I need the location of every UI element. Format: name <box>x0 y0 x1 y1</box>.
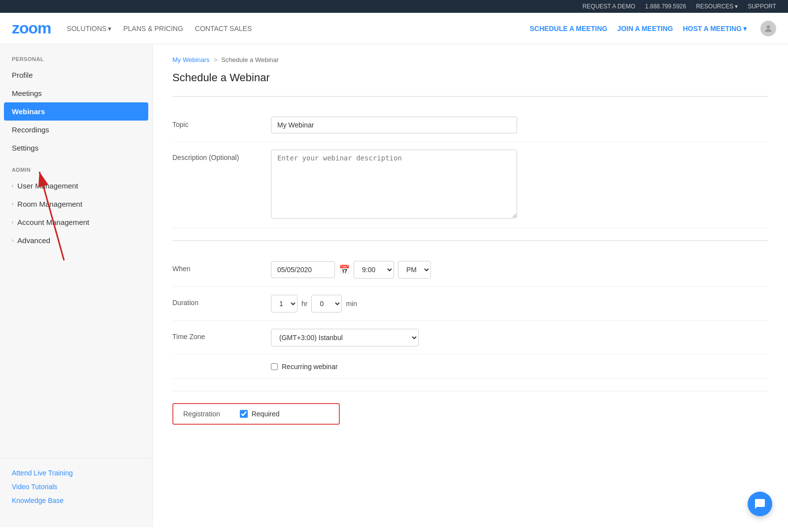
host-chevron-icon: ▾ <box>743 25 747 32</box>
sidebar-footer: Attend Live Training Video Tutorials Kno… <box>0 458 152 515</box>
content-area: My Webinars > Schedule a Webinar Schedul… <box>153 44 788 527</box>
timezone-row: Time Zone (GMT+3:00) Istanbul (GMT+0:00)… <box>172 321 768 355</box>
breadcrumb-separator: > <box>214 56 218 63</box>
registration-row: Registration Required <box>172 395 768 433</box>
topic-label: Topic <box>172 117 271 128</box>
topic-control <box>271 117 768 133</box>
main-layout: PERSONAL Profile Meetings Webinars Recor… <box>0 44 788 527</box>
duration-control: 0 1 2 3 4 5 hr 0 15 30 45 min <box>271 295 768 313</box>
room-mgmt-chevron-icon: › <box>12 201 13 207</box>
duration-hr-select[interactable]: 0 1 2 3 4 5 <box>271 295 297 313</box>
svg-point-0 <box>767 25 770 29</box>
sidebar: PERSONAL Profile Meetings Webinars Recor… <box>0 44 153 527</box>
request-demo-link[interactable]: REQUEST A DEMO <box>583 3 635 10</box>
knowledge-base-link[interactable]: Knowledge Base <box>12 494 140 507</box>
when-row: When 📅 8:00 8:30 9:00 9:30 10:00 AM PM <box>172 253 768 287</box>
sidebar-item-profile[interactable]: Profile <box>0 66 152 84</box>
when-label: When <box>172 261 271 273</box>
duration-row: Duration 0 1 2 3 4 5 hr 0 15 30 <box>172 287 768 321</box>
sidebar-item-recordings[interactable]: Recordings <box>0 121 152 139</box>
sidebar-item-account-management[interactable]: › Account Management <box>0 213 152 231</box>
resources-menu[interactable]: RESOURCES ▾ <box>696 3 738 10</box>
description-textarea[interactable] <box>271 150 517 219</box>
sidebar-item-settings[interactable]: Settings <box>0 139 152 157</box>
breadcrumb-parent-link[interactable]: My Webinars <box>172 56 210 63</box>
header-right: SCHEDULE A MEETING JOIN A MEETING HOST A… <box>530 21 776 36</box>
attend-live-training-link[interactable]: Attend Live Training <box>12 466 140 480</box>
recurring-text: Recurring webinar <box>282 363 338 371</box>
recurring-label-spacer <box>172 363 271 367</box>
duration-min-select[interactable]: 0 15 30 45 <box>311 295 342 313</box>
registration-required-checkbox[interactable] <box>240 410 248 418</box>
sidebar-item-room-management[interactable]: › Room Management <box>0 195 152 213</box>
join-meeting-link[interactable]: JOIN A MEETING <box>617 25 673 32</box>
solutions-chevron-icon: ▾ <box>108 25 111 32</box>
contact-sales-nav-item[interactable]: CONTACT SALES <box>195 25 252 32</box>
schedule-meeting-link[interactable]: SCHEDULE A MEETING <box>530 25 608 32</box>
user-mgmt-chevron-icon: › <box>12 183 13 188</box>
phone-number: 1.888.799.5926 <box>645 3 686 10</box>
recurring-checkbox-label[interactable]: Recurring webinar <box>271 363 768 371</box>
calendar-icon[interactable]: 📅 <box>339 264 350 275</box>
sidebar-item-meetings[interactable]: Meetings <box>0 84 152 102</box>
personal-section-label: PERSONAL <box>0 56 152 66</box>
date-input[interactable] <box>271 261 335 278</box>
admin-section: ADMIN › User Management › Room Managemen… <box>0 167 152 250</box>
schedule-section: When 📅 8:00 8:30 9:00 9:30 10:00 AM PM <box>172 241 768 391</box>
page-title: Schedule a Webinar <box>172 71 768 84</box>
admin-section-label: ADMIN <box>0 167 152 177</box>
description-control <box>271 150 768 220</box>
time-select[interactable]: 8:00 8:30 9:00 9:30 10:00 <box>354 261 394 279</box>
when-control: 📅 8:00 8:30 9:00 9:30 10:00 AM PM <box>271 261 768 279</box>
timezone-label: Time Zone <box>172 329 271 341</box>
recurring-row: Recurring webinar <box>172 355 768 379</box>
hr-label: hr <box>301 300 307 308</box>
registration-label: Registration <box>183 410 220 418</box>
topic-input[interactable] <box>271 117 517 133</box>
timezone-control: (GMT+3:00) Istanbul (GMT+0:00) UTC (GMT-… <box>271 329 768 346</box>
min-label: min <box>346 300 357 308</box>
video-tutorials-link[interactable]: Video Tutorials <box>12 480 140 494</box>
registration-required-text: Required <box>252 410 280 418</box>
topic-row: Topic <box>172 109 768 142</box>
registration-box: Registration Required <box>172 403 340 425</box>
recurring-checkbox[interactable] <box>271 363 278 370</box>
ampm-select[interactable]: AM PM <box>398 261 431 279</box>
description-row: Description (Optional) <box>172 142 768 228</box>
solutions-nav-item[interactable]: SOLUTIONS ▾ <box>67 25 112 32</box>
advanced-chevron-icon: › <box>12 238 13 243</box>
chat-button[interactable] <box>748 492 772 516</box>
header: zoom SOLUTIONS ▾ PLANS & PRICING CONTACT… <box>0 13 788 44</box>
recurring-control: Recurring webinar <box>271 363 768 371</box>
duration-label: Duration <box>172 295 271 307</box>
sidebar-item-advanced[interactable]: › Advanced <box>0 231 152 250</box>
support-link[interactable]: SUPPORT <box>748 3 776 10</box>
description-label: Description (Optional) <box>172 150 271 161</box>
resources-chevron-icon: ▾ <box>735 3 738 10</box>
sidebar-item-user-management[interactable]: › User Management <box>0 177 152 195</box>
breadcrumb: My Webinars > Schedule a Webinar <box>172 56 768 63</box>
account-mgmt-chevron-icon: › <box>12 219 13 225</box>
host-meeting-link[interactable]: HOST A MEETING ▾ <box>683 25 747 32</box>
logo[interactable]: zoom <box>12 19 51 37</box>
registration-required-label[interactable]: Required <box>240 410 280 418</box>
main-nav: SOLUTIONS ▾ PLANS & PRICING CONTACT SALE… <box>67 25 530 32</box>
breadcrumb-current: Schedule a Webinar <box>221 56 279 63</box>
webinar-form: Topic Description (Optional) <box>172 96 768 240</box>
timezone-select[interactable]: (GMT+3:00) Istanbul (GMT+0:00) UTC (GMT-… <box>271 329 419 346</box>
sidebar-item-webinars[interactable]: Webinars <box>4 102 148 121</box>
avatar[interactable] <box>760 21 776 36</box>
plans-pricing-nav-item[interactable]: PLANS & PRICING <box>123 25 183 32</box>
top-bar: REQUEST A DEMO 1.888.799.5926 RESOURCES … <box>0 0 788 13</box>
